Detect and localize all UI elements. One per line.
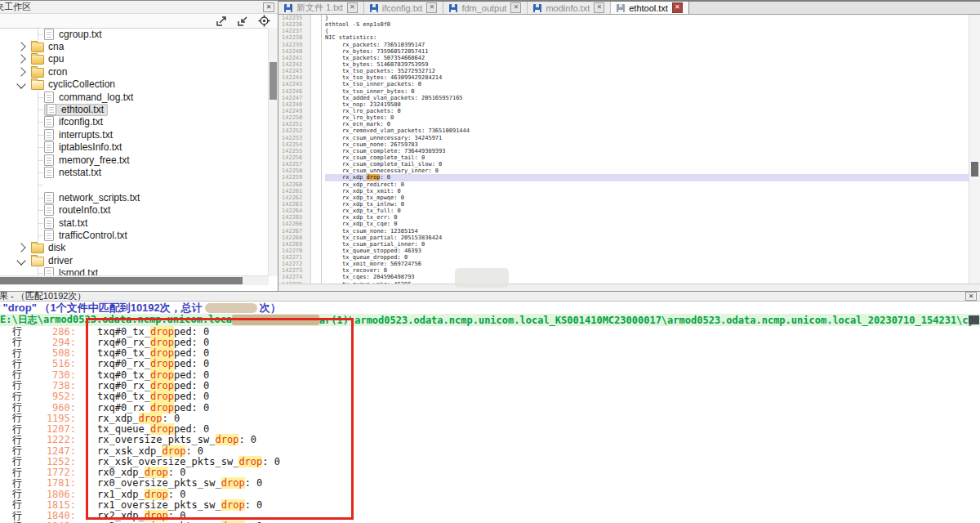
workspace-title: 夹工作区 bbox=[0, 1, 31, 13]
code-line: rx_csum_complete: 736449389393 bbox=[325, 148, 969, 154]
line-number: 142245 bbox=[282, 81, 310, 87]
tab-label: ethtool.txt bbox=[629, 3, 668, 13]
locate-file-icon[interactable] bbox=[257, 15, 270, 27]
result-row[interactable]: 行730:txq#0_tx_dropped: 0 bbox=[0, 369, 980, 380]
result-row[interactable]: 行1247:rx_xsk_xdp_drop: 0 bbox=[0, 445, 980, 456]
result-row[interactable]: 行1252:rx_xsk_oversize_pkts_sw_drop: 0 bbox=[0, 456, 980, 467]
tree-item-network-scripts-txt[interactable]: network_scripts.txt bbox=[0, 191, 269, 203]
tree-item-stat-txt[interactable]: stat.txt bbox=[0, 217, 269, 229]
code-line: tx_nop: 232419588 bbox=[325, 101, 969, 108]
line-number: 142259 bbox=[282, 174, 310, 181]
chevron-right-icon[interactable] bbox=[16, 67, 25, 76]
scrollbar-thumb[interactable] bbox=[971, 162, 978, 177]
tree-horizontal-scrollbar[interactable] bbox=[0, 275, 269, 285]
tree-item-driver[interactable]: driver bbox=[0, 254, 269, 266]
results-close-button[interactable]: ✕ bbox=[965, 292, 977, 301]
tab-modinfo-txt[interactable]: modinfo.txt✕ bbox=[528, 2, 611, 14]
selected-tree-item[interactable]: ethtool.txt bbox=[44, 104, 108, 116]
tree-item-interrupts-txt[interactable]: interrupts.txt bbox=[0, 128, 269, 141]
tree-item-redacted[interactable] bbox=[0, 179, 269, 191]
close-icon[interactable]: ✕ bbox=[510, 2, 521, 13]
file-icon bbox=[44, 230, 54, 241]
result-row[interactable]: 行1815:rx1_oversize_pkts_sw_drop: 0 bbox=[0, 499, 980, 510]
chevron-right-icon[interactable] bbox=[16, 244, 25, 253]
result-row[interactable]: 行1840:rx2_xdp_drop: 0 bbox=[0, 511, 980, 521]
tab-label: ifconfig.txt bbox=[382, 3, 423, 13]
tree-vertical-scrollbar[interactable] bbox=[268, 28, 278, 276]
folder-open-icon bbox=[31, 80, 44, 90]
line-number: 142239 bbox=[282, 42, 310, 48]
tree-item-label: stat.txt bbox=[59, 217, 87, 229]
scrollbar-thumb[interactable] bbox=[270, 62, 277, 100]
expand-all-icon[interactable] bbox=[215, 15, 228, 27]
tree-item-cron[interactable]: cron bbox=[0, 65, 269, 78]
save-icon bbox=[449, 4, 457, 12]
editor-vertical-scrollbar[interactable] bbox=[969, 15, 980, 284]
result-row[interactable]: 行294:rxq#0_rx_dropped: 0 bbox=[0, 337, 980, 347]
chevron-down-icon[interactable] bbox=[16, 80, 25, 89]
result-row[interactable]: 行1222:rx_oversize_pkts_sw_drop: 0 bbox=[0, 435, 980, 445]
editor-horizontal-scrollbar[interactable] bbox=[278, 284, 980, 291]
tree-item-ifconfig-txt[interactable]: ifconfig.txt bbox=[0, 116, 269, 128]
collapse-all-icon[interactable] bbox=[236, 15, 249, 27]
workspace-close-button[interactable]: ✕ bbox=[263, 2, 274, 12]
result-row[interactable]: 行1772:rx0_xdp_drop: 0 bbox=[0, 467, 980, 477]
tree-item-cpu[interactable]: cpu bbox=[0, 53, 269, 65]
tab-fdm-output[interactable]: fdm_output✕ bbox=[443, 2, 528, 14]
tab-ifconfig-txt[interactable]: ifconfig.txt✕ bbox=[364, 2, 444, 14]
tab--1-txt[interactable]: 新文件 1.txt✕ bbox=[278, 2, 364, 14]
result-file-path[interactable]: E:\日志\armod0523.odata.ncmp.unicom.loca a… bbox=[0, 314, 980, 326]
match-highlight: drop bbox=[150, 380, 174, 391]
result-row[interactable]: 行952:txq#0_tx_dropped: 0 bbox=[0, 391, 980, 402]
match-highlight: drop bbox=[238, 456, 262, 467]
code-line: tx_csum_partial: 205153836424 bbox=[325, 235, 969, 241]
line-number: 142237 bbox=[282, 28, 310, 34]
tree-item-trafficcontrol-txt[interactable]: trafficControl.txt bbox=[0, 229, 269, 241]
tree-item-routeinfo-txt[interactable]: routeInfo.txt bbox=[0, 203, 269, 216]
result-row[interactable]: 行960:rxq#0_rx_dropped: 0 bbox=[0, 402, 980, 413]
tree-item-cgroup-txt[interactable]: cgroup.txt bbox=[0, 28, 269, 40]
editor-content[interactable]: }ethtool -S enp1s0f0{NIC statistics: rx_… bbox=[322, 15, 969, 284]
tree-item-cna[interactable]: cna bbox=[0, 40, 269, 52]
match-highlight: drop bbox=[216, 434, 239, 445]
result-row[interactable]: 行1806:rx1_xdp_drop: 0 bbox=[0, 489, 980, 499]
line-number: 142236 bbox=[282, 21, 310, 28]
line-number: 142248 bbox=[282, 101, 310, 108]
result-row[interactable]: 行1195:rx_xdp_drop: 0 bbox=[0, 413, 980, 423]
line-number: 142246 bbox=[282, 88, 310, 95]
line-number: 142243 bbox=[282, 68, 310, 74]
line-number: 142255 bbox=[282, 148, 310, 154]
search-summary-text: 索 "drop" （1个文件中匹配到10192次，总计 bbox=[0, 302, 203, 314]
match-highlight: drop bbox=[150, 347, 174, 359]
close-icon[interactable]: ✕ bbox=[672, 2, 683, 13]
code-line: tx_recover: 0 bbox=[325, 267, 969, 274]
tree-item-disk[interactable]: disk bbox=[0, 242, 269, 254]
tree-item-ethtool-txt[interactable]: ethtool.txt bbox=[0, 103, 269, 115]
tree-item-cycliccollection[interactable]: cyclicCollection bbox=[0, 78, 269, 91]
tree-item-iptablesinfo-txt[interactable]: iptablesInfo.txt bbox=[0, 141, 269, 154]
tree-item-memory-free-txt[interactable]: memory_free.txt bbox=[0, 154, 269, 166]
tree-item-label: cron bbox=[48, 66, 67, 78]
result-row[interactable]: 行508:txq#0_tx_dropped: 0 bbox=[0, 348, 980, 359]
result-row[interactable]: 行1207:tx_queue_dropped: 0 bbox=[0, 423, 980, 434]
result-row[interactable]: 行1781:rx0_oversize_pkts_sw_drop: 0 bbox=[0, 478, 980, 489]
result-row[interactable]: 行286:txq#0_tx_dropped: 0 bbox=[0, 326, 980, 337]
tree-item-label: driver bbox=[48, 255, 73, 266]
chevron-down-icon[interactable] bbox=[16, 256, 25, 265]
result-row[interactable]: 行516:rxq#0_rx_dropped: 0 bbox=[0, 359, 980, 369]
line-number: 142274 bbox=[282, 274, 310, 280]
close-icon[interactable]: ✕ bbox=[347, 2, 358, 13]
result-row[interactable]: 行738:rxq#0_rx_dropped: 0 bbox=[0, 380, 980, 391]
close-icon[interactable]: ✕ bbox=[594, 2, 604, 13]
result-text: rx0_xdp_drop: 0 bbox=[97, 467, 185, 478]
tree-item-netstat-txt[interactable]: netstat.txt bbox=[0, 166, 269, 178]
tab-ethtool-txt[interactable]: ethtool.txt✕ bbox=[611, 2, 689, 14]
tree-item-command-log-txt[interactable]: command_log.txt bbox=[0, 91, 269, 103]
scrollbar-thumb[interactable] bbox=[0, 277, 243, 284]
chevron-right-icon[interactable] bbox=[16, 42, 25, 51]
close-icon[interactable]: ✕ bbox=[426, 2, 437, 13]
tab-label: modinfo.txt bbox=[546, 3, 590, 13]
tree-item-label: iptablesInfo.txt bbox=[59, 141, 122, 153]
tab-bar: 新文件 1.txt✕ifconfig.txt✕fdm_output✕modinf… bbox=[278, 0, 980, 15]
chevron-right-icon[interactable] bbox=[16, 55, 25, 64]
